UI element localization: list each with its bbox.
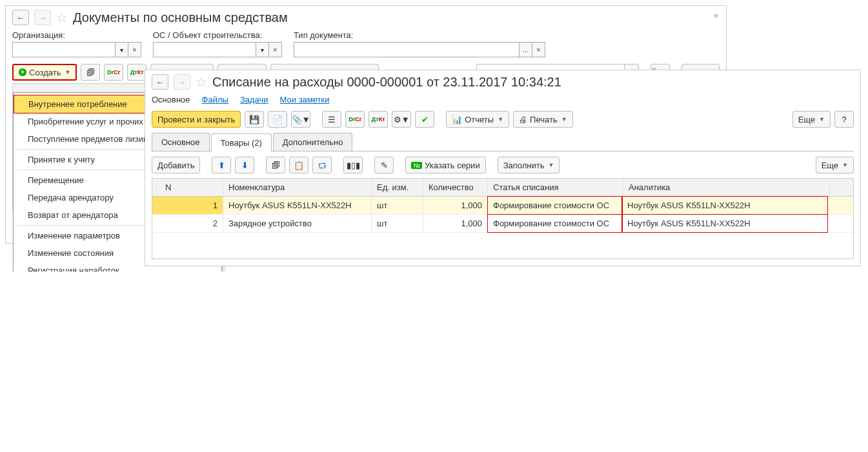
page-title: Документы по основным средствам — [73, 10, 288, 25]
copy-row-button[interactable]: 🗐 — [266, 157, 285, 173]
select-button[interactable]: ✎ — [374, 157, 394, 173]
forward-button: → — [174, 74, 190, 90]
filter-type-input[interactable] — [294, 42, 520, 57]
more-button[interactable]: Еще▼ — [792, 111, 831, 128]
link-files[interactable]: Файлы — [202, 95, 228, 104]
col-analytics[interactable]: Аналитика — [623, 179, 830, 196]
filter-os-input[interactable] — [153, 42, 256, 57]
barcode-button[interactable]: ▮▯▮ — [343, 157, 363, 173]
dtkt-button[interactable]: ДтКт — [368, 111, 388, 128]
page-title: Списание на расходы 0000-000001 от 23.11… — [212, 75, 561, 90]
fill-button[interactable]: Заполнить▼ — [498, 157, 560, 173]
share-button[interactable]: ⮔ — [312, 157, 332, 173]
save-button[interactable]: 💾 — [245, 111, 264, 128]
dropdown-icon[interactable]: ▾ — [256, 42, 269, 57]
star-icon[interactable]: ☆ — [196, 74, 207, 90]
table-row[interactable]: 1Ноутбук ASUS K551LN-XX522Hшт1,000Формир… — [152, 197, 853, 215]
link-main[interactable]: Основное — [152, 95, 190, 104]
structure-button[interactable]: ☰ — [322, 111, 341, 128]
drcr-button[interactable]: DrCr — [104, 64, 123, 81]
clear-icon[interactable]: × — [532, 42, 545, 57]
col-nomenclature[interactable]: Номенклатура — [223, 179, 372, 196]
ellipsis-icon[interactable]: … — [520, 42, 532, 57]
clear-icon[interactable]: × — [269, 42, 282, 57]
create-button[interactable]: +Создать▼ — [12, 64, 77, 81]
reports-button[interactable]: 📊 Отчеты▼ — [446, 111, 509, 128]
plus-icon: + — [19, 68, 26, 76]
col-n[interactable]: N — [152, 179, 223, 196]
series-button[interactable]: № Указать серии — [405, 157, 485, 173]
col-qty[interactable]: Количество — [423, 179, 488, 196]
clear-icon[interactable]: × — [128, 42, 141, 57]
back-button[interactable]: ← — [12, 10, 29, 25]
star-icon[interactable]: ☆ — [56, 10, 68, 25]
settings-button[interactable]: ⚙▼ — [392, 111, 411, 128]
copy-button[interactable]: 🗐 — [81, 64, 100, 81]
back-button[interactable]: ← — [152, 74, 168, 90]
dtkt-button[interactable]: ДтКт — [127, 64, 146, 81]
move-up-button[interactable]: ⬆ — [212, 157, 231, 173]
filter-org-label: Организация: — [12, 30, 141, 40]
col-article[interactable]: Статья списания — [488, 179, 623, 196]
attach-button[interactable]: 📎▼ — [291, 111, 310, 128]
approve-button[interactable]: ✔ — [415, 111, 434, 128]
tab-main[interactable]: Основное — [152, 133, 210, 151]
post-close-button[interactable]: Провести и закрыть — [152, 111, 241, 128]
link-tasks[interactable]: Задачи — [240, 95, 268, 104]
table-row[interactable]: 2Зарядное устройствошт1,000Формирование … — [152, 215, 853, 233]
filter-os-label: ОС / Объект строительства: — [153, 30, 282, 40]
col-unit[interactable]: Ед. изм. — [372, 179, 423, 196]
drcr-button[interactable]: DrCr — [345, 111, 365, 128]
dropdown-icon[interactable]: ▾ — [116, 42, 128, 57]
help-button[interactable]: ? — [834, 111, 854, 128]
filter-org-input[interactable] — [12, 42, 116, 57]
more-button[interactable]: Еще▼ — [816, 157, 854, 173]
filter-type-label: Тип документа: — [294, 30, 545, 40]
post-button[interactable]: 📄 — [268, 111, 287, 128]
window-writeoff: ← → ☆ Списание на расходы 0000-000001 от… — [145, 70, 861, 266]
close-icon[interactable]: × — [713, 11, 718, 21]
tab-goods[interactable]: Товары (2) — [211, 133, 272, 152]
move-down-button[interactable]: ⬇ — [235, 157, 254, 173]
link-notes[interactable]: Мои заметки — [280, 95, 330, 104]
add-button[interactable]: Добавить — [152, 157, 200, 173]
tab-extra[interactable]: Дополнительно — [273, 133, 353, 151]
print-button[interactable]: 🖨 Печать▼ — [513, 111, 573, 128]
paste-row-button[interactable]: 📋 — [289, 157, 308, 173]
forward-button: → — [34, 10, 51, 25]
